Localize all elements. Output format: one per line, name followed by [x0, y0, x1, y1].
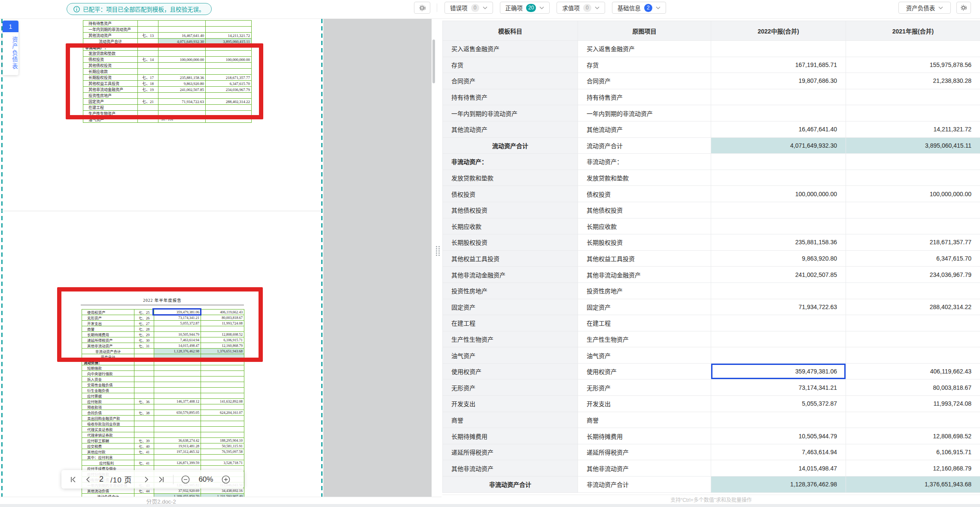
value-2021-cell[interactable] [846, 154, 980, 170]
original-item-cell[interactable]: 开发支出 [578, 396, 711, 412]
value-2021-cell[interactable] [846, 347, 980, 364]
value-2021-cell[interactable]: 100,000,000.00 [846, 186, 980, 202]
value-2021-cell[interactable] [846, 331, 980, 347]
original-item-cell[interactable]: 使用权资产 [578, 363, 711, 379]
value-2022-cell[interactable]: 4,071,649,932.30 [711, 137, 846, 154]
value-2021-cell[interactable]: 234,036,967.79 [846, 267, 980, 283]
value-2022-cell[interactable]: 7,463,614.94 [711, 444, 846, 460]
template-subject-cell[interactable]: 无形资产 [443, 379, 578, 396]
template-settings-button[interactable] [414, 2, 430, 14]
template-subject-cell[interactable]: 非流动资产： [443, 154, 578, 170]
original-item-cell[interactable]: 合同资产 [578, 73, 711, 89]
first-page-button[interactable] [69, 475, 78, 484]
original-item-cell[interactable]: 长期应收款 [578, 218, 711, 234]
value-2022-cell[interactable] [711, 202, 846, 218]
template-subject-cell[interactable]: 在建工程 [443, 315, 578, 331]
original-item-cell[interactable]: 其他非流动金融资产 [578, 267, 711, 283]
template-subject-cell[interactable]: 其他债权投资 [443, 202, 578, 218]
original-item-cell[interactable]: 投资性房地产 [578, 282, 711, 299]
original-item-cell[interactable]: 长期股权投资 [578, 234, 711, 251]
filter-button-3[interactable]: 基础信息2 [612, 2, 666, 14]
template-subject-cell[interactable]: 商誉 [443, 412, 578, 428]
template-subject-cell[interactable]: 一年内到期的非流动资产 [443, 105, 578, 121]
template-subject-cell[interactable]: 生产性生物资产 [443, 331, 578, 347]
filter-button-1[interactable]: 正确项20 [500, 2, 550, 14]
template-subject-cell[interactable]: 其他流动资产 [443, 121, 578, 137]
value-2022-cell[interactable]: 10,505,944.79 [711, 428, 846, 444]
template-subject-cell[interactable]: 其他非流动金融资产 [443, 267, 578, 283]
value-2021-cell[interactable]: 406,119,662.43 [846, 363, 980, 379]
original-item-cell[interactable]: 递延所得税资产 [578, 444, 711, 460]
value-2021-cell[interactable]: 1,376,651,943.68 [846, 477, 980, 493]
original-item-cell[interactable]: 存货 [578, 57, 711, 73]
value-2022-cell[interactable] [711, 41, 846, 57]
original-item-cell[interactable]: 非流动资产： [578, 154, 711, 170]
value-2021-cell[interactable] [846, 89, 980, 105]
value-2022-cell[interactable] [711, 282, 846, 299]
filter-button-0[interactable]: 错误项0 [444, 2, 493, 14]
panel-splitter-handle[interactable] [436, 246, 441, 257]
template-subject-cell[interactable]: 买入返售金融资产 [443, 41, 578, 57]
value-2022-cell[interactable] [711, 170, 846, 186]
value-2022-cell[interactable] [711, 331, 846, 347]
value-2022-cell[interactable] [711, 89, 846, 105]
value-2022-cell[interactable]: 19,807,686.30 [711, 73, 846, 89]
value-2021-cell[interactable] [846, 315, 980, 331]
value-2021-cell[interactable]: 14,211,321.72 [846, 121, 980, 137]
original-item-cell[interactable]: 在建工程 [578, 315, 711, 331]
value-2021-cell[interactable]: 12,160,868.79 [846, 460, 980, 477]
template-subject-cell[interactable]: 持有待售资产 [443, 89, 578, 105]
template-subject-cell[interactable]: 债权投资 [443, 186, 578, 202]
value-2021-cell[interactable] [846, 170, 980, 186]
value-2022-cell[interactable] [711, 412, 846, 428]
value-2022-cell[interactable]: 73,174,341.21 [711, 379, 846, 396]
value-2022-cell[interactable] [711, 315, 846, 331]
template-subject-cell[interactable]: 固定资产 [443, 299, 578, 315]
value-2022-cell[interactable] [711, 105, 846, 121]
value-2022-cell[interactable]: 235,881,158.36 [711, 234, 846, 251]
value-2021-cell[interactable] [846, 282, 980, 299]
value-2022-cell[interactable]: 16,467,641.40 [711, 121, 846, 137]
value-2021-cell[interactable]: 6,106,915.71 [846, 444, 980, 460]
template-subject-cell[interactable]: 存货 [443, 57, 578, 73]
template-subject-cell[interactable]: 非流动资产合计 [443, 477, 578, 493]
filter-button-2[interactable]: 求值项0 [557, 2, 605, 14]
template-subject-cell[interactable]: 长期股权投资 [443, 234, 578, 251]
value-2022-cell[interactable] [711, 154, 846, 170]
document-scrollbar[interactable] [432, 39, 435, 83]
template-subject-cell[interactable]: 长期待摊费用 [443, 428, 578, 444]
current-page-input[interactable]: 2 [99, 475, 103, 484]
original-item-cell[interactable]: 非流动资产合计 [578, 477, 711, 493]
original-item-cell[interactable]: 生产性生物资产 [578, 331, 711, 347]
template-subject-cell[interactable]: 其他权益工具投资 [443, 250, 578, 267]
template-subject-cell[interactable]: 投资性房地产 [443, 282, 578, 299]
value-2021-cell[interactable]: 3,895,060,415.11 [846, 137, 980, 154]
template-subject-cell[interactable]: 流动资产合计 [443, 137, 578, 154]
value-2022-cell[interactable]: 167,191,685.71 [711, 57, 846, 73]
value-2022-cell[interactable]: 100,000,000.00 [711, 186, 846, 202]
value-2021-cell[interactable]: 288,402,314.22 [846, 299, 980, 315]
value-2021-cell[interactable]: 6,347,615.70 [846, 250, 980, 267]
value-2021-cell[interactable] [846, 41, 980, 57]
template-subject-cell[interactable]: 合同资产 [443, 73, 578, 89]
value-2021-cell[interactable] [846, 105, 980, 121]
value-2021-cell[interactable]: 12,808,698.52 [846, 428, 980, 444]
value-2021-cell[interactable] [846, 218, 980, 234]
original-item-cell[interactable]: 债权投资 [578, 186, 711, 202]
value-2022-cell[interactable]: 1,128,376,462.98 [711, 477, 846, 493]
original-item-cell[interactable]: 油气资产 [578, 347, 711, 364]
value-2021-cell[interactable]: 21,238,830.28 [846, 73, 980, 89]
zoom-in-button[interactable] [222, 475, 230, 484]
sheet-select[interactable]: 资产负债表 [898, 2, 951, 14]
value-2022-cell[interactable]: 9,863,920.80 [711, 250, 846, 267]
value-2021-cell[interactable]: 218,671,357.77 [846, 234, 980, 251]
prev-page-button[interactable] [84, 475, 92, 484]
value-2022-cell[interactable] [711, 218, 846, 234]
value-2022-cell[interactable]: 5,055,372.87 [711, 396, 846, 412]
right-settings-button[interactable] [956, 2, 971, 14]
value-2022-cell[interactable] [711, 347, 846, 364]
value-2021-cell[interactable] [846, 412, 980, 428]
original-item-cell[interactable]: 其他流动资产 [578, 121, 711, 137]
original-item-cell[interactable]: 其他权益工具投资 [578, 250, 711, 267]
template-subject-cell[interactable]: 递延所得税资产 [443, 444, 578, 460]
